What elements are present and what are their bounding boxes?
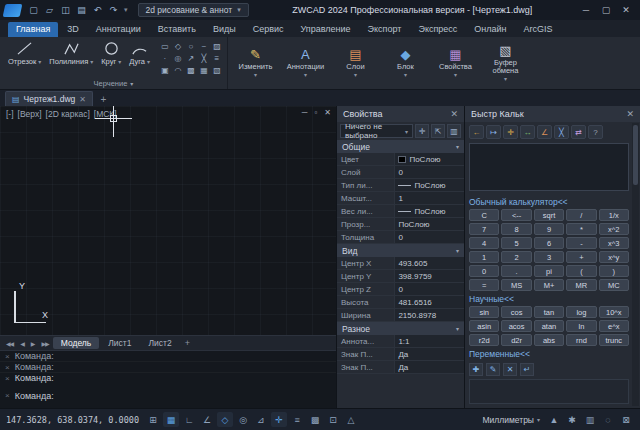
multiline-icon[interactable]: ≡ bbox=[211, 53, 223, 64]
line-tool-button[interactable]: Отрезок▾ bbox=[5, 40, 44, 67]
clipboard-button[interactable]: ▧Буфер обмена▾ bbox=[482, 39, 529, 87]
calc-button-ln[interactable]: ln bbox=[566, 320, 596, 332]
doc-restore-button[interactable]: ▫ bbox=[314, 108, 317, 117]
drawing-viewport[interactable]: [-][Верх][2D каркас][МСК] ─▫✕ Y X bbox=[0, 106, 336, 335]
revision-cloud-icon[interactable]: ◠ bbox=[172, 65, 184, 76]
close-icon[interactable]: × bbox=[5, 391, 10, 400]
polyline-tool-button[interactable]: Полилиния▾ bbox=[46, 40, 96, 67]
help-icon[interactable]: ? bbox=[588, 125, 603, 139]
clear-display-icon[interactable]: ← bbox=[469, 125, 484, 139]
ribbon-tab-home[interactable]: Главная bbox=[8, 22, 58, 37]
hatch-icon[interactable]: ▨ bbox=[211, 41, 223, 52]
paste-to-command-line-icon[interactable]: ↦ bbox=[486, 125, 501, 139]
spline-icon[interactable]: ~ bbox=[198, 41, 210, 52]
calc-button-/[interactable]: / bbox=[566, 209, 596, 221]
command-prompt-row[interactable]: × Команда: bbox=[0, 383, 336, 408]
workspace-dropdown[interactable]: 2d рисование & аннот ▾ bbox=[138, 3, 249, 17]
calc-button-8[interactable]: 8 bbox=[501, 223, 531, 235]
last-layout-button[interactable]: ▶▶ bbox=[38, 340, 51, 347]
wipeout-icon[interactable]: ▩ bbox=[185, 65, 197, 76]
dynamic-ucs-icon[interactable]: ⊿ bbox=[253, 412, 269, 427]
calc-scrollbar[interactable] bbox=[632, 123, 639, 406]
ribbon-tab-online[interactable]: Онлайн bbox=[466, 22, 514, 37]
ribbon-tab-annotate[interactable]: Аннотации bbox=[88, 22, 149, 37]
calc-button-M+[interactable]: M+ bbox=[534, 279, 564, 291]
calc-button-3[interactable]: 3 bbox=[534, 251, 564, 263]
property-value[interactable]: Да bbox=[395, 361, 464, 373]
calc-button-1/x[interactable]: 1/x bbox=[599, 209, 629, 221]
calc-button--[interactable]: - bbox=[566, 237, 596, 249]
ribbon-tab-view[interactable]: Виды bbox=[205, 22, 244, 37]
delete-variable-icon[interactable]: ✕ bbox=[503, 363, 517, 376]
calc-button-rnd[interactable]: rnd bbox=[566, 334, 596, 346]
calc-button-<--[interactable]: <-- bbox=[501, 209, 531, 221]
isolate-objects-icon[interactable]: ◌ bbox=[600, 412, 616, 427]
block-button[interactable]: ◆Блок▾ bbox=[382, 39, 429, 87]
quick-access-customize-icon[interactable]: ▾ bbox=[124, 6, 128, 14]
property-value[interactable]: 2150.8978 bbox=[395, 309, 464, 321]
layout-tab-list2[interactable]: Лист2 bbox=[140, 337, 179, 349]
doc-minimize-button[interactable]: ─ bbox=[302, 108, 308, 117]
property-value[interactable]: 0 bbox=[395, 231, 464, 243]
calc-button-([interactable]: ( bbox=[566, 265, 596, 277]
doc-close-button[interactable]: ✕ bbox=[324, 108, 331, 117]
calc-button-d2r[interactable]: d2r bbox=[501, 334, 531, 346]
circle-tool-button[interactable]: Круг▾ bbox=[98, 40, 124, 67]
get-coordinates-icon[interactable]: ✛ bbox=[503, 125, 518, 139]
calc-button-e^x[interactable]: e^x bbox=[599, 320, 629, 332]
object-snap-tracking-icon[interactable]: ◎ bbox=[235, 412, 251, 427]
quick-select-icon[interactable]: ▥ bbox=[447, 124, 461, 138]
lineweight-display-icon[interactable]: ≡ bbox=[289, 412, 305, 427]
calc-button-10^x[interactable]: 10^x bbox=[599, 306, 629, 318]
calc-button-tan[interactable]: tan bbox=[534, 306, 564, 318]
calc-button-0[interactable]: 0 bbox=[469, 265, 499, 277]
donut-icon[interactable]: ◎ bbox=[172, 53, 184, 64]
close-icon[interactable]: × bbox=[5, 363, 10, 372]
property-value[interactable]: 398.9759 bbox=[395, 270, 464, 282]
prev-layout-button[interactable]: ◀ bbox=[17, 340, 27, 347]
property-value[interactable]: 0 bbox=[395, 283, 464, 295]
save-icon[interactable]: ◫ bbox=[59, 4, 72, 17]
document-tab[interactable]: ▤ Чертеж1.dwg ✕ bbox=[5, 91, 93, 106]
calc-button-log[interactable]: log bbox=[566, 306, 596, 318]
region-icon[interactable]: ▣ bbox=[159, 65, 171, 76]
property-value[interactable]: ПоСлою bbox=[395, 179, 464, 191]
point-icon[interactable]: · bbox=[159, 53, 171, 64]
distance-between-points-icon[interactable]: ↔ bbox=[520, 125, 535, 139]
close-icon[interactable]: × bbox=[5, 352, 10, 361]
calc-display[interactable] bbox=[469, 143, 629, 191]
new-drawing-button[interactable]: + bbox=[96, 93, 111, 106]
command-line-window[interactable]: ×Команда:×Команда:×Команда: × Команда: bbox=[0, 350, 336, 408]
calc-button-6[interactable]: 6 bbox=[534, 237, 564, 249]
calc-button-MS[interactable]: MS bbox=[501, 279, 531, 291]
calc-button-.[interactable]: . bbox=[501, 265, 531, 277]
edit-variable-icon[interactable]: ✎ bbox=[486, 363, 500, 376]
close-icon[interactable]: ✕ bbox=[626, 109, 634, 119]
calc-button-=[interactable]: = bbox=[469, 279, 499, 291]
layout-tab-model[interactable]: Модель bbox=[53, 337, 100, 349]
ribbon-tab-arcgis[interactable]: ArcGIS bbox=[516, 22, 561, 37]
redo-icon[interactable]: ↷ bbox=[107, 4, 120, 17]
section-header[interactable]: Разное▾ bbox=[337, 322, 464, 335]
calc-button-4[interactable]: 4 bbox=[469, 237, 499, 249]
property-value[interactable]: ПоСлою bbox=[395, 205, 464, 217]
units-conversion-icon[interactable]: ⇄ bbox=[571, 125, 586, 139]
property-value[interactable]: ПоСлою bbox=[395, 153, 464, 165]
properties-button[interactable]: ▦Свойства▾ bbox=[432, 39, 479, 87]
open-file-icon[interactable]: ▱ bbox=[43, 4, 56, 17]
calc-button-trunc[interactable]: trunc bbox=[599, 334, 629, 346]
view-direction-control[interactable]: [Верх] bbox=[18, 109, 42, 119]
ellipse-icon[interactable]: ○ bbox=[185, 41, 197, 52]
close-icon[interactable]: × bbox=[5, 374, 10, 383]
calc-button-5[interactable]: 5 bbox=[501, 237, 531, 249]
calc-button-x^y[interactable]: x^y bbox=[599, 251, 629, 263]
draw-panel-caption[interactable]: Черчение ▾ bbox=[0, 77, 227, 89]
calc-standard-section-label[interactable]: Обычный калькулятор<< bbox=[465, 194, 640, 209]
return-value-icon[interactable]: ↵ bbox=[520, 363, 534, 376]
calc-button-x^3[interactable]: x^3 bbox=[599, 237, 629, 249]
gradient-icon[interactable]: ▧ bbox=[211, 65, 223, 76]
calc-button-abs[interactable]: abs bbox=[534, 334, 564, 346]
calc-button-9[interactable]: 9 bbox=[534, 223, 564, 235]
annotation-visibility-icon[interactable]: ▲ bbox=[546, 412, 562, 427]
calc-button-7[interactable]: 7 bbox=[469, 223, 499, 235]
